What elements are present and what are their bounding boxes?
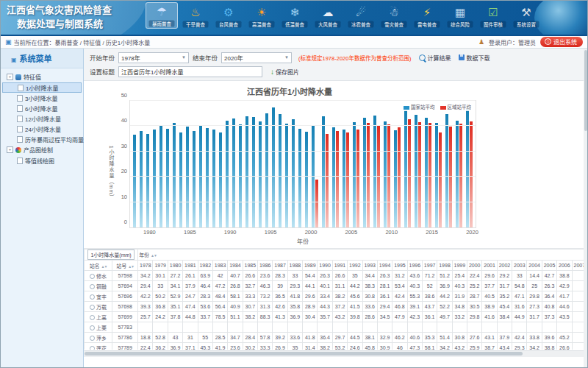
chart-title-input[interactable] [118, 66, 262, 77]
sidebar-item-6小时降水量[interactable]: 6小时降水量 [2, 103, 82, 113]
sidebar-item-1小时降水量[interactable]: 1小时降水量 [2, 82, 82, 93]
toolbar-item-综合风险[interactable]: ▦综合风险 [445, 4, 476, 29]
sidebar-item-历年暴雨过程平均雨量[interactable]: 历年暴雨过程平均雨量 [2, 134, 82, 144]
value-cell: 41.7 [557, 291, 572, 302]
station-id-sort-header[interactable]: 站号 ▲▼ [112, 261, 138, 271]
value-cell: 35 [348, 271, 362, 281]
value-cell: 29.4 [377, 302, 392, 312]
toolbar-item-图件审核[interactable]: ☑图件审核 [478, 4, 509, 29]
toolbar-item-系统设置[interactable]: ⚒系统设置 [511, 4, 542, 29]
sort-icons[interactable]: ▲▼ [151, 253, 157, 258]
value-cell: 28.3 [198, 291, 212, 302]
calc-result-button[interactable]: 计算结果 [419, 54, 451, 62]
sidebar-group-产品图绘制[interactable]: +产品图绘制 [2, 144, 82, 155]
value-cell: 56.4 [212, 302, 227, 312]
vscroll-thumb[interactable] [584, 50, 587, 131]
value-cell: 25.7 [138, 312, 153, 322]
legend-swatch [404, 106, 409, 110]
value-cell: 26.6 [243, 271, 257, 281]
x-tick-label: 1995 [265, 229, 277, 236]
expand-toggle-icon[interactable]: + [7, 146, 13, 153]
sidebar-item-24小时降水量[interactable]: 24小时降水量 [2, 124, 82, 134]
value-cell: 35.8 [287, 302, 302, 312]
year-column-header: 1980 [168, 261, 182, 271]
toolbar-item-雷电普查[interactable]: ⚡雷电普查 [412, 4, 442, 29]
national-station-bar [322, 116, 325, 227]
row-radio-button[interactable] [90, 336, 95, 341]
value-cell: 40.1 [318, 281, 332, 291]
row-radio-button[interactable] [90, 274, 95, 279]
value-cell: 47.9 [392, 312, 407, 322]
year-column-header: 1988 [287, 261, 302, 271]
table-row: 修水5759834.230.127.226.163.94240.726.623.… [85, 271, 587, 281]
toolbar-item-台风普查[interactable]: ⚙台风普查 [213, 4, 244, 29]
gridline [130, 151, 476, 152]
table-row: 宜丰5769642.250.252.924.728.348.458.133.37… [85, 291, 587, 302]
sidebar-group-特征值[interactable]: +特征值 [2, 71, 82, 82]
station-name-cell: 上栗 [85, 322, 112, 333]
value-cell: 40.8 [542, 302, 556, 312]
horizontal-scrollbar[interactable] [84, 350, 587, 357]
sidebar-item-12小时降水量[interactable]: 12小时降水量 [2, 113, 82, 124]
year-column-header: 2002 [497, 261, 512, 271]
toolbar-item-低温普查[interactable]: ❄低温普查 [279, 4, 310, 29]
toolbar-item-大风普查[interactable]: ☁大风普查 [312, 4, 343, 29]
sidebar-item-等值线绘图[interactable]: 等值线绘图 [2, 155, 82, 166]
value-cell [527, 322, 542, 333]
start-year-select[interactable]: 1978年▼ [118, 52, 189, 63]
station-name-sort-header[interactable]: 站名 ▲▼ [85, 261, 112, 271]
logout-button[interactable]: ○ 退出系统 [540, 37, 583, 47]
row-radio-button[interactable] [90, 315, 95, 320]
value-cell: 29.8 [467, 312, 482, 322]
value-cell: 38.2 [243, 312, 257, 322]
year-column-header: 1996 [407, 261, 422, 271]
year-sort-header[interactable]: 年份 ▲▼ [138, 250, 587, 261]
year-column-header: 1991 [332, 261, 347, 271]
year-column-header: 2006 [557, 261, 572, 271]
toolbar-item-雪灾普查[interactable]: ☃雪灾普查 [379, 4, 409, 29]
national-station-bar [343, 130, 345, 227]
national-station-bar [384, 121, 387, 227]
value-cell: 41.3 [273, 312, 287, 322]
value-cell: 26.6 [557, 343, 572, 350]
station-name-cell: 萍乡 [85, 333, 112, 343]
value-cell: 33 [153, 281, 168, 291]
year-column-header: 1993 [362, 261, 377, 271]
value-cell: 29.2 [497, 271, 512, 281]
expand-toggle-icon[interactable]: + [7, 74, 13, 80]
row-radio-button[interactable] [90, 284, 95, 289]
bar-group-1986 [186, 101, 189, 227]
row-radio-button[interactable] [90, 325, 95, 330]
value-cell: 44.6 [557, 302, 572, 312]
row-radio-button[interactable] [90, 294, 95, 300]
value-cell [452, 322, 467, 333]
end-year-select[interactable]: 2020年▼ [221, 52, 292, 63]
toolbar-item-高温普查[interactable]: ☀高温普查 [246, 4, 277, 29]
national-station-bar [219, 132, 222, 227]
value-cell: 25.9 [467, 343, 482, 350]
logged-in-user: 登录用户：管理员 [489, 38, 536, 46]
save-image-button[interactable]: ↓ 保存图片 [270, 68, 299, 76]
sort-icons[interactable]: ▲▼ [101, 264, 107, 269]
value-cell: 22.4 [138, 343, 153, 350]
value-cell: 43.5 [557, 312, 572, 322]
data-download-button[interactable]: 数据下载 [459, 54, 490, 62]
value-cell: 43.7 [422, 302, 437, 312]
value-cell [392, 322, 407, 333]
bar-group-2010 [363, 101, 370, 227]
sidebar-tree: +特征值1小时降水量3小时降水量6小时降水量12小时降水量24小时降水量历年暴雨… [1, 68, 83, 169]
hscroll-thumb[interactable] [85, 352, 523, 355]
sidebar-item-3小时降水量[interactable]: 3小时降水量 [2, 93, 82, 103]
sort-icons[interactable]: ▲▼ [128, 264, 134, 269]
vertical-scrollbar[interactable] [584, 49, 587, 368]
value-cell: 46.8 [392, 302, 407, 312]
value-cell: 34.1 [168, 281, 182, 291]
toolbar-item-冰雹普查[interactable]: ☄冰雹普查 [345, 4, 376, 29]
toolbar-item-暴雨普查[interactable]: ☂暴雨普查 [146, 2, 178, 29]
row-radio-button[interactable] [90, 305, 95, 310]
row-radio-button[interactable] [90, 346, 95, 350]
value-cell [377, 322, 392, 333]
location-icon: ▣ [5, 38, 12, 46]
toolbar-item-干旱普查[interactable]: ♨干旱普查 [180, 4, 211, 29]
bar-group-2018 [445, 101, 452, 227]
